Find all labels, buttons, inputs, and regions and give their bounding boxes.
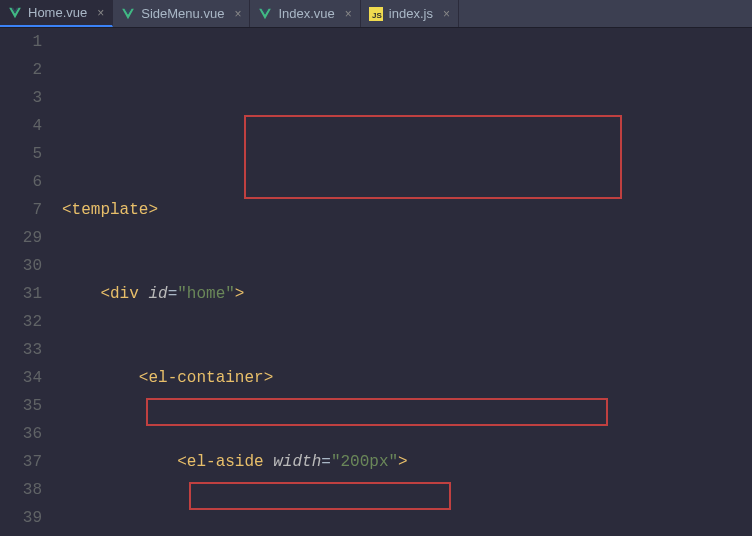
tab-home-vue[interactable]: Home.vue × <box>0 0 113 27</box>
code-line: <SideMenu></SideMenu> <box>62 532 752 536</box>
code-line: <div id="home"> <box>62 280 752 308</box>
tab-index-vue[interactable]: Index.vue × <box>250 0 360 27</box>
code-editor[interactable]: 123 456 72930 313233 343536 373839 <temp… <box>0 28 752 536</box>
tab-sidemenu-vue[interactable]: SideMenu.vue × <box>113 0 250 27</box>
tab-label: Home.vue <box>28 5 87 20</box>
tab-label: SideMenu.vue <box>141 6 224 21</box>
tab-label: index.js <box>389 6 433 21</box>
code-line: <el-container> <box>62 364 752 392</box>
vue-icon <box>121 7 135 21</box>
tab-label: Index.vue <box>278 6 334 21</box>
close-icon[interactable]: × <box>439 7 450 21</box>
highlight-box <box>146 398 608 426</box>
close-icon[interactable]: × <box>230 7 241 21</box>
code-line: <el-aside width="200px"> <box>62 448 752 476</box>
highlight-box <box>189 482 451 510</box>
js-icon: JS <box>369 7 383 21</box>
tab-bar: Home.vue × SideMenu.vue × Index.vue × JS… <box>0 0 752 28</box>
tab-index-js[interactable]: JS index.js × <box>361 0 459 27</box>
close-icon[interactable]: × <box>93 6 104 20</box>
vue-icon <box>8 6 22 20</box>
highlight-box <box>244 115 622 199</box>
close-icon[interactable]: × <box>341 7 352 21</box>
vue-icon <box>258 7 272 21</box>
line-number-gutter: 123 456 72930 313233 343536 373839 <box>0 28 58 536</box>
code-line: <template> <box>62 196 752 224</box>
code-area[interactable]: <template> <div id="home"> <el-container… <box>58 28 752 536</box>
